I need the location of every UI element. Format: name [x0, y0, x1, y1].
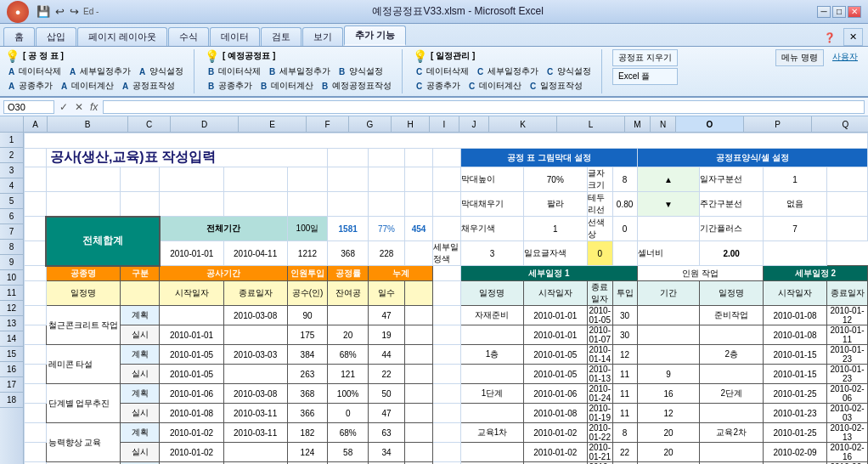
cell-3-c[interactable] — [121, 167, 160, 192]
row-header-11[interactable]: 11 — [0, 286, 23, 301]
d1-period-2b[interactable]: 9 — [637, 365, 700, 384]
row-header-6[interactable]: 6 — [0, 209, 23, 224]
d1-end-1[interactable]: 2010-01-05 — [587, 306, 612, 325]
a-format-1[interactable]: A 양식설정 — [136, 65, 187, 78]
row-header-14[interactable]: 14 — [0, 331, 23, 347]
tab-page-layout[interactable]: 페이지 레이아웃 — [77, 27, 167, 46]
cell-5-j[interactable] — [433, 217, 461, 241]
extra-2-plan[interactable] — [404, 345, 432, 365]
cell-6-n[interactable] — [612, 241, 637, 266]
tab-review[interactable]: 검토 — [261, 27, 302, 46]
mandays-4-actual[interactable]: 124 — [287, 443, 328, 462]
d2-end-1b[interactable]: 2010-01-11 — [827, 325, 868, 345]
row-header-3[interactable]: 3 — [0, 163, 23, 178]
days-4-plan[interactable]: 63 — [369, 423, 405, 443]
d1-start-4b[interactable]: 2010-01-02 — [523, 443, 587, 462]
days-1-plan[interactable]: 47 — [369, 306, 405, 325]
div-plan-2[interactable]: 계획 — [121, 345, 160, 365]
col-header-o[interactable]: O — [676, 116, 744, 132]
a-make-chart-1[interactable]: A 공정표작성 — [119, 79, 178, 93]
col-header-c[interactable]: C — [128, 116, 171, 132]
d2-start-4[interactable]: 2010-01-25 — [763, 423, 826, 443]
row-header-5[interactable]: 5 — [0, 194, 23, 209]
d1-end-2b[interactable]: 2010-01-13 — [587, 365, 612, 384]
help-ribbon-btn[interactable]: ❓ — [819, 30, 841, 46]
row-header-10[interactable]: 10 — [0, 270, 23, 286]
val-454[interactable]: 454 — [404, 217, 432, 241]
c-calc[interactable]: C 데이터계산 — [465, 79, 525, 93]
ribbon-close-btn[interactable]: ✕ — [843, 28, 863, 46]
col-header-i[interactable]: I — [430, 116, 459, 132]
d1-end-3[interactable]: 2010-01-24 — [587, 384, 612, 404]
cell-10-a[interactable] — [25, 325, 47, 345]
tab-data[interactable]: 데이터 — [210, 27, 260, 46]
div-actual-1[interactable]: 실시 — [121, 325, 160, 345]
cell-4-b[interactable] — [46, 192, 120, 217]
cell-3-a[interactable] — [25, 167, 47, 192]
mandays-3-plan[interactable]: 368 — [287, 384, 328, 404]
b-format[interactable]: B 양식설정 — [335, 65, 386, 78]
col-header-h[interactable]: H — [392, 116, 430, 132]
d1-name-3[interactable]: 1단계 — [461, 384, 524, 404]
cell-8-a[interactable] — [25, 281, 47, 306]
a-detail-add-1[interactable]: A 세부일정추가 — [66, 65, 134, 78]
d2-end-2[interactable]: 2010-01-23 — [827, 345, 868, 365]
cell-10-j[interactable] — [433, 325, 461, 345]
b-calc[interactable]: B 데이터계산 — [257, 79, 317, 93]
d1-inp-3[interactable]: 11 — [612, 384, 637, 404]
cell-1-all[interactable] — [25, 133, 868, 149]
d2-name-4b[interactable] — [700, 443, 764, 462]
div-plan-3[interactable]: 계획 — [121, 384, 160, 404]
redo-btn[interactable]: ↪ — [69, 4, 80, 19]
extra-3-plan[interactable] — [404, 384, 432, 404]
row-header-16[interactable]: 16 — [0, 362, 23, 377]
extra-4-plan[interactable] — [404, 423, 432, 443]
user-btn[interactable]: 사용자 — [827, 49, 863, 65]
cell-3-i[interactable] — [404, 167, 432, 192]
val-77pct[interactable]: 77% — [369, 217, 405, 241]
data-grid[interactable]: 공사(생산,교육)표 작성입력 공정 표 그림막대 설정 공정표양식/셀 설정 — [24, 133, 868, 464]
d2-name-3[interactable]: 2단계 — [700, 384, 764, 404]
cell-12-a[interactable] — [25, 365, 47, 384]
cell-9-j[interactable] — [433, 306, 461, 325]
cell-4-h[interactable] — [369, 192, 405, 217]
row-header-17[interactable]: 17 — [0, 377, 23, 393]
remain-2-actual[interactable]: 121 — [328, 365, 369, 384]
d2-name-1b[interactable] — [700, 325, 764, 345]
maximize-btn[interactable]: □ — [832, 6, 846, 18]
d1-start-1b[interactable]: 2010-01-01 — [523, 325, 587, 345]
save-btn[interactable]: 💾 — [36, 4, 51, 19]
d1-start-2[interactable]: 2010-01-05 — [523, 345, 587, 365]
remain-4-actual[interactable]: 58 — [328, 443, 369, 462]
c-detail-add[interactable]: C 세부일정추가 — [474, 65, 542, 78]
col-header-k[interactable]: K — [489, 116, 557, 132]
cell-4-g[interactable] — [328, 192, 369, 217]
down-btn[interactable]: ▼ — [637, 192, 700, 217]
div-actual-4[interactable]: 실시 — [121, 443, 160, 462]
undo-btn[interactable]: ↩ — [54, 4, 65, 19]
col-header-d[interactable]: D — [171, 116, 239, 132]
cell-13-a[interactable] — [25, 384, 47, 404]
cell-13-j[interactable] — [433, 384, 461, 404]
days-4-actual[interactable]: 34 — [369, 443, 405, 462]
cell-4-j[interactable] — [433, 192, 461, 217]
cell-4-a[interactable] — [25, 192, 47, 217]
c-make-chart[interactable]: C 일정표작성 — [527, 79, 586, 93]
c-format[interactable]: C 양식설정 — [544, 65, 595, 78]
div-plan-4[interactable]: 계획 — [121, 423, 160, 443]
col-header-b[interactable]: B — [48, 116, 128, 132]
val-1212[interactable]: 1212 — [287, 241, 328, 266]
minimize-btn[interactable]: ─ — [817, 6, 831, 18]
d1-period-4[interactable]: 20 — [637, 423, 700, 443]
d1-inp-1b[interactable]: 30 — [612, 325, 637, 345]
d2-start-1[interactable]: 2010-01-08 — [763, 306, 826, 325]
cell-3-e[interactable] — [223, 167, 287, 192]
d1-inp-3b[interactable]: 11 — [612, 404, 637, 423]
start-4-plan[interactable]: 2010-01-02 — [160, 423, 223, 443]
cell-2-a[interactable] — [25, 149, 47, 167]
work-name-1[interactable]: 철근콘크리트 작업 — [46, 306, 120, 345]
d1-end-2[interactable]: 2010-01-14 — [587, 345, 612, 365]
end-1-actual[interactable] — [223, 325, 287, 345]
cell-width-value[interactable]: 2.00 — [700, 241, 764, 266]
b-add-work[interactable]: B 공종추가 — [205, 79, 256, 93]
